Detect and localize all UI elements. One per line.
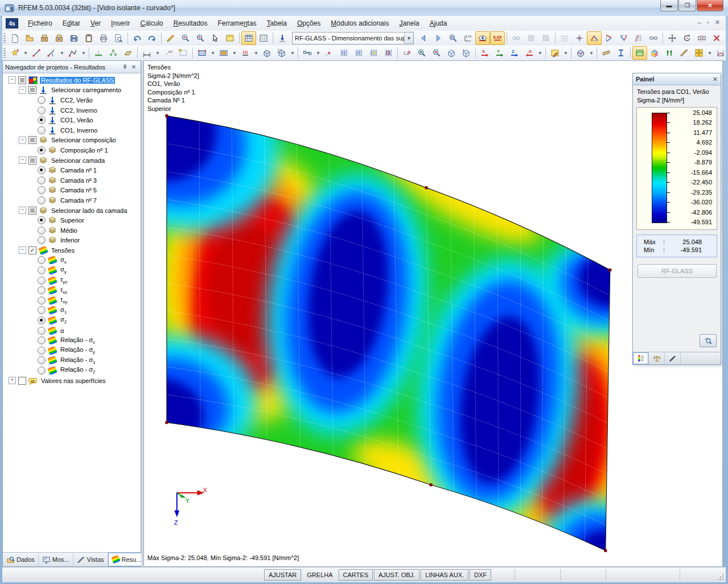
tree-expander-icon[interactable]: −: [19, 246, 26, 254]
tree-item-label[interactable]: CC2, Verão: [59, 97, 94, 104]
fe-mesh-2-button[interactable]: [351, 46, 366, 60]
menu-tabela[interactable]: Tabela: [262, 17, 292, 30]
dropdown-arrow-icon[interactable]: ▼: [537, 47, 544, 59]
import-loads-button[interactable]: [275, 31, 290, 45]
copy-solid-button[interactable]: [274, 46, 289, 60]
tree-radio[interactable]: [38, 347, 46, 355]
generate-surface-button[interactable]: [121, 46, 135, 60]
show-results-button[interactable]: [475, 31, 490, 45]
tree-radio[interactable]: [38, 176, 46, 184]
tree-radio[interactable]: [38, 336, 46, 344]
deformation-display-button[interactable]: [662, 46, 677, 60]
save-project-button[interactable]: [52, 31, 67, 45]
navigator-tab-mos[interactable]: Mos...: [39, 553, 73, 566]
result-beam-button[interactable]: [614, 46, 628, 60]
menu-editar[interactable]: Editar: [57, 17, 85, 30]
tree-radio-selected[interactable]: [38, 166, 46, 174]
tree-item-16[interactable]: Inferior: [3, 236, 141, 246]
mdi-minimize-icon[interactable]: –: [698, 19, 701, 26]
statusbar-toggle-ajustar[interactable]: AJUSTAR: [264, 569, 301, 581]
tree-item-1[interactable]: −Selecionar carregamento: [3, 85, 141, 96]
find-object-button[interactable]: P: [446, 31, 460, 45]
insert-intersection-button[interactable]: [322, 46, 336, 60]
tree-checkbox[interactable]: [18, 377, 26, 385]
tree-item-label[interactable]: τxy: [59, 296, 68, 305]
tree-item-label[interactable]: CC2, Inverno: [59, 107, 98, 114]
back-button[interactable]: [416, 31, 431, 45]
rf-glass-button[interactable]: RF-GLASS: [637, 264, 717, 278]
show-result-values-button[interactable]: X.XX: [490, 31, 505, 45]
tree-item-label[interactable]: σx: [59, 256, 68, 265]
tree-radio[interactable]: [38, 297, 46, 305]
tree-item-5[interactable]: CO1, Inverno: [3, 125, 141, 135]
results-solid-button[interactable]: [647, 46, 662, 60]
printout-report-button[interactable]: [256, 31, 271, 45]
tree-item-6[interactable]: −Selecionar composição: [3, 135, 141, 146]
tree-item-label[interactable]: Relação - σ2: [59, 366, 96, 375]
print-preview-button[interactable]: [111, 31, 126, 45]
tree-state-box[interactable]: [28, 136, 36, 144]
mdi-restore-icon[interactable]: ▫: [707, 19, 709, 26]
section-button[interactable]: [599, 46, 614, 60]
view-minus-x-button[interactable]: -X: [522, 46, 537, 60]
dropdown-arrow-icon[interactable]: ▼: [315, 47, 322, 59]
zoom-in-button[interactable]: [414, 46, 429, 60]
menu-ferramentas[interactable]: Ferramentas: [213, 17, 262, 30]
tree-item-21[interactable]: τxz: [3, 285, 141, 295]
tree-item-label[interactable]: Camada nº 1: [59, 167, 98, 174]
tree-radio[interactable]: [38, 126, 46, 134]
workplane-xz-button[interactable]: [616, 31, 631, 45]
partial-view-panels-button[interactable]: [692, 46, 706, 60]
dropdown-arrow-icon[interactable]: ▼: [59, 47, 65, 59]
insert-polyline-button[interactable]: [65, 46, 80, 60]
dropdown-arrow-icon[interactable]: ▼: [562, 47, 569, 59]
workplane-xy-button[interactable]: [587, 31, 602, 45]
resize-grip[interactable]: [717, 574, 724, 581]
redo-button[interactable]: [145, 31, 159, 45]
toolbar-grip[interactable]: [3, 48, 6, 58]
menu-ver[interactable]: Ver: [85, 17, 106, 30]
previous-view-button[interactable]: [459, 46, 474, 60]
tree-item-label[interactable]: Selecionar carregamento: [50, 87, 122, 93]
dropdown-arrow-icon[interactable]: ▼: [588, 47, 595, 59]
maximize-button[interactable]: ❐: [678, 0, 696, 11]
menu-ficheiro[interactable]: Ficheiro: [23, 17, 57, 30]
view-x-button[interactable]: X: [478, 46, 492, 60]
tree-item-26[interactable]: Relação - σx: [3, 335, 141, 346]
object-info-button[interactable]: i: [724, 31, 728, 45]
tree-item-label[interactable]: Selecionar lado da camada: [50, 207, 128, 214]
navigator-tab-vistas[interactable]: Vistas: [73, 553, 108, 566]
addon-module-combo[interactable]: RF-GLASS - Dimensionamento das sup▼: [292, 32, 414, 44]
edit-model-button[interactable]: [163, 31, 178, 45]
workplane-yz-button[interactable]: [602, 31, 616, 45]
tree-item-30[interactable]: +xxValores nas superfícies: [3, 376, 141, 386]
navigator-close-icon[interactable]: ✕: [129, 63, 138, 71]
menu-ajuda[interactable]: Ajuda: [425, 17, 453, 30]
clipping-planes-button[interactable]: [573, 46, 588, 60]
mirror-copy-button[interactable]: [694, 31, 709, 45]
tree-radio-selected[interactable]: [38, 316, 46, 324]
tree-item-label[interactable]: Selecionar composição: [50, 137, 117, 143]
snap-grid-button[interactable]: [572, 31, 587, 45]
zoom-select-button[interactable]: [178, 31, 193, 45]
panel-tab-display[interactable]: [665, 352, 681, 364]
view-y-button[interactable]: Y: [492, 46, 507, 60]
tree-radio[interactable]: [38, 286, 46, 294]
tree-item-15[interactable]: Médio: [3, 225, 141, 236]
tree-checkbox-checked[interactable]: ✓: [28, 246, 36, 254]
menu-janela[interactable]: Janela: [394, 17, 424, 30]
tree-item-23[interactable]: σ1: [3, 306, 141, 316]
tree-radio-selected[interactable]: [38, 216, 46, 224]
tree-expander-icon[interactable]: −: [19, 87, 26, 94]
graphics-window[interactable]: TensõesSigma-2 [N/mm^2]CO1, VerãoComposi…: [143, 60, 723, 567]
combo-dropdown-icon[interactable]: ▼: [404, 32, 413, 44]
tree-item-label[interactable]: CO1, Verão: [59, 117, 94, 124]
tree-item-label[interactable]: CO1, Inverno: [59, 127, 98, 134]
region-button[interactable]: [176, 46, 191, 60]
panel-header[interactable]: Painel ✕: [633, 73, 721, 85]
scale-copy-button[interactable]: [709, 31, 724, 45]
tree-item-10[interactable]: Camada nº 3: [3, 175, 141, 186]
surface-load-button[interactable]: [238, 46, 253, 60]
fe-mesh-settings-button[interactable]: [557, 31, 572, 45]
rotate-copy-button[interactable]: [680, 31, 694, 45]
